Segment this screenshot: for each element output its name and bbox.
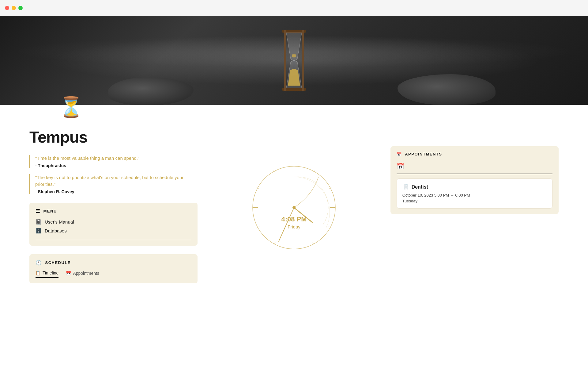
- appointment-name: Dentist: [412, 184, 428, 190]
- page-title: Tempus: [29, 128, 198, 146]
- svg-text:4:08 PM: 4:08 PM: [281, 215, 307, 223]
- left-column: Tempus "Time is the most valuable thing …: [29, 128, 198, 283]
- close-button[interactable]: [5, 6, 9, 10]
- quote-text-1: "Time is the most valuable thing a man c…: [35, 155, 198, 162]
- hero-hourglass: [276, 27, 312, 94]
- quote-block-2: "The key is not to prioritize what's on …: [29, 174, 198, 194]
- maximize-button[interactable]: [18, 6, 23, 10]
- right-column: 📅 APPOINTMENTS 📅 🦷 Dentist October 10, 2…: [390, 128, 559, 214]
- quote-text-2: "The key is not to prioritize what's on …: [35, 174, 198, 188]
- svg-point-20: [292, 206, 296, 209]
- appointments-header: 📅 APPOINTMENTS: [397, 152, 552, 156]
- schedule-tabs: 📋 Timeline 📅 Appointments: [36, 270, 191, 278]
- timeline-tab-icon: 📋: [36, 270, 41, 275]
- menu-divider: [36, 240, 191, 240]
- clock-container: 4:08 PM Friday: [245, 159, 343, 257]
- appointments-tab-label: Appointments: [73, 271, 99, 276]
- notebook-icon: 📓: [36, 219, 42, 225]
- schedule-label: SCHEDULE: [45, 260, 71, 265]
- tab-timeline[interactable]: 📋 Timeline: [36, 270, 58, 278]
- hero-banner: [0, 16, 588, 105]
- menu-item-label-manual: User's Manual: [45, 219, 74, 224]
- appointment-day: Tuesday: [402, 199, 547, 203]
- appointment-card-dentist[interactable]: 🦷 Dentist October 10, 2023 5:00 PM → 6:0…: [397, 178, 552, 209]
- window-chrome: [0, 0, 588, 16]
- clock-icon: 🕐: [36, 260, 42, 266]
- menu-item-label-db: Databases: [45, 228, 67, 233]
- appointments-section: 📅 APPOINTMENTS 📅 🦷 Dentist October 10, 2…: [390, 146, 559, 214]
- minimize-button[interactable]: [12, 6, 16, 10]
- quote-author-2: - Stephen R. Covey: [35, 189, 198, 194]
- appointments-tab-icon: 📅: [66, 271, 71, 276]
- menu-header: ☰ MENU: [36, 208, 191, 214]
- database-icon: 🗄️: [36, 228, 42, 234]
- menu-icon: ☰: [36, 208, 40, 214]
- page-wrapper: ⏳ Tempus "Time is the most valuable thin…: [0, 16, 588, 302]
- svg-rect-2: [284, 30, 286, 91]
- svg-rect-3: [302, 30, 304, 91]
- appointment-time: October 10, 2023 5:00 PM → 6:00 PM: [402, 193, 547, 197]
- quote-author-1: - Theophrastus: [35, 163, 198, 168]
- center-column: 4:08 PM Friday: [210, 128, 378, 257]
- appointment-title: 🦷 Dentist: [402, 184, 547, 190]
- page-icon: ⏳: [59, 96, 588, 119]
- main-content: Tempus "Time is the most valuable thing …: [0, 119, 588, 302]
- quote-block-1: "Time is the most valuable thing a man c…: [29, 155, 198, 168]
- appointments-divider: [397, 174, 552, 174]
- tab-appointments[interactable]: 📅 Appointments: [66, 270, 99, 278]
- appointments-calendar-icon: 📅: [397, 152, 402, 156]
- schedule-header: 🕐 SCHEDULE: [36, 260, 191, 266]
- page-icon-wrapper: ⏳: [0, 96, 588, 119]
- menu-item-databases[interactable]: 🗄️ Databases: [36, 228, 191, 234]
- appointments-label: APPOINTMENTS: [405, 152, 442, 156]
- timeline-tab-label: Timeline: [43, 270, 58, 275]
- svg-text:Friday: Friday: [288, 224, 300, 229]
- menu-item-users-manual[interactable]: 📓 User's Manual: [36, 219, 191, 225]
- hourglass-svg: [276, 27, 312, 94]
- menu-label: MENU: [43, 209, 57, 213]
- schedule-section: 🕐 SCHEDULE 📋 Timeline 📅 Appointments: [29, 254, 198, 283]
- tooth-icon: 🦷: [402, 184, 409, 190]
- menu-items-list: 📓 User's Manual 🗄️ Databases: [36, 219, 191, 234]
- analog-clock: 4:08 PM Friday: [245, 159, 343, 257]
- calendar-filter-icon[interactable]: 📅: [397, 163, 552, 170]
- menu-section: ☰ MENU 📓 User's Manual 🗄️ Databases: [29, 203, 198, 246]
